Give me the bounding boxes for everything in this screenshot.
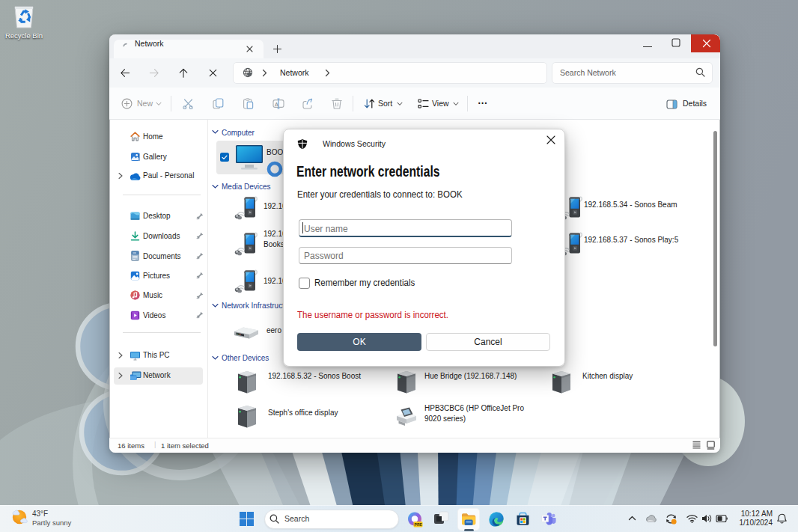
- svg-text:PRE: PRE: [415, 522, 423, 527]
- svg-text:A: A: [275, 102, 278, 107]
